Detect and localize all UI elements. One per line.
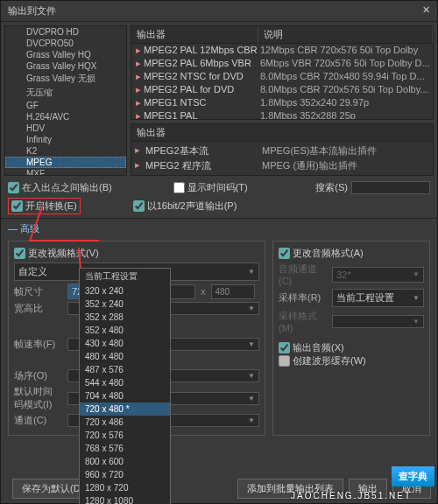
list-row[interactable]: ▸MPEG1 PAL1.8Mbps 352x288 25p <box>131 109 433 120</box>
dropdown-item[interactable]: 430 x 480 <box>80 337 170 350</box>
list-row[interactable]: ▸MPEG1 NTSC1.8Mbps 352x240 29.97p <box>131 96 433 109</box>
search-input[interactable] <box>351 181 430 194</box>
dropdown-item[interactable]: 1280 x 1080 <box>80 494 170 504</box>
dropdown-item[interactable]: 1280 x 720 <box>80 481 170 494</box>
sub-row[interactable]: ▸MPEG2基本流MPEG(ES)基本流输出插件 <box>133 144 431 158</box>
dropdown-item[interactable]: 487 x 576 <box>80 363 170 376</box>
chk-timecode[interactable]: 显示时间码(T) <box>173 181 248 194</box>
tree-item[interactable]: Infinity <box>5 134 126 145</box>
audio-group: 更改音频格式(A) 音频通道(C)32*▼ 采样率(R)当前工程设置▼ 采样格式… <box>272 241 430 436</box>
sub-header: 输出器 <box>131 123 434 142</box>
tree-item[interactable]: 无压缩 <box>5 86 126 100</box>
titlebar: 输出到文件 ✕ <box>1 1 437 22</box>
sample-rate-select[interactable]: 当前工程设置▼ <box>332 289 424 307</box>
dropdown-item[interactable]: 352 x 480 <box>80 324 170 337</box>
list-row[interactable]: ▸MPEG2 PAL 6Mbps VBR6Mbps VBR 720x576 50… <box>131 57 433 70</box>
watermark-text: JAOCHENG.JB51.NET <box>291 491 412 500</box>
col-encoder: 输出器 <box>131 26 258 43</box>
search-label: 搜索(S) <box>315 181 348 194</box>
chk-inout[interactable]: 在入出点之间输出(B) <box>8 181 112 194</box>
dropdown-item[interactable]: 720 x 486 <box>80 416 170 429</box>
tree-item[interactable]: K2 <box>5 145 126 157</box>
tree-item[interactable]: DVCPRO HD <box>5 26 126 38</box>
tree-item[interactable]: Grass Valley HQ <box>5 49 126 60</box>
dropdown-item[interactable]: 352 x 288 <box>80 311 170 324</box>
chk-16bit[interactable]: 以16bit/2声道输出(P) <box>133 200 237 213</box>
sub-list[interactable]: ▸MPEG2基本流MPEG(ES)基本流输出插件▸MPEG2 程序流MPEG (… <box>131 142 434 176</box>
sub-row[interactable]: ▸MPEG2 程序流MPEG (通用)输出插件 <box>133 158 431 173</box>
close-icon[interactable]: ✕ <box>422 4 430 18</box>
dropdown-item[interactable]: 800 x 600 <box>80 455 170 468</box>
list-row[interactable]: ▸MPEG2 NTSC for DVD8.0Mbps CBR 720x480 5… <box>131 70 433 83</box>
dropdown-item[interactable]: 768 x 576 <box>80 442 170 455</box>
watermark-badge: 查字典 <box>392 466 434 486</box>
sample-fmt-select: ▼ <box>332 315 424 328</box>
list-row[interactable]: ▸MPEG2 PAL for DVD8.0Mbps CBR 720x576 50… <box>131 83 433 96</box>
tree-item[interactable]: DVCPRO50 <box>5 38 126 49</box>
chk-change-video[interactable]: 更改视频格式(V) <box>14 247 259 260</box>
tree-item[interactable]: GF <box>5 100 126 111</box>
audio-ch-select: 32*▼ <box>332 267 424 283</box>
dropdown-item[interactable]: 320 x 240 <box>80 284 170 298</box>
dropdown-item[interactable]: 960 x 720 <box>80 468 170 481</box>
dropdown-item[interactable]: 720 x 480 * <box>80 402 170 416</box>
frame-size-dropdown[interactable]: 当前工程设置320 x 240352 x 240352 x 288352 x 4… <box>79 268 171 504</box>
tree-item[interactable]: Grass Valley 无损 <box>5 72 126 86</box>
chk-output-audio[interactable]: 输出音频(X) <box>279 341 424 354</box>
tree-item[interactable]: H.264/AVC <box>5 111 126 122</box>
height-input[interactable]: 480 <box>211 284 255 299</box>
preset-list[interactable]: ▸MPEG2 PAL 12Mbps CBR12Mbps CBR 720x576 … <box>131 44 434 120</box>
list-row[interactable]: ▸MPEG2 PAL 12Mbps CBR12Mbps CBR 720x576 … <box>131 44 433 57</box>
format-tree[interactable]: DVCPRO HDDVCPRO50Grass Valley HQGrass Va… <box>4 25 127 176</box>
tree-item[interactable]: MXF <box>5 168 126 176</box>
dialog-title: 输出到文件 <box>8 4 56 18</box>
dropdown-item[interactable]: 544 x 480 <box>80 376 170 389</box>
chk-enable-convert[interactable]: 开启转换(E) <box>8 198 81 214</box>
dropdown-item[interactable]: 720 x 576 <box>80 429 170 442</box>
tree-item[interactable]: MPEG <box>5 157 126 168</box>
tree-item[interactable]: Grass Valley HQX <box>5 60 126 72</box>
dropdown-item[interactable]: 352 x 240 <box>80 298 170 311</box>
chk-change-audio[interactable]: 更改音频格式(A) <box>279 247 424 260</box>
dropdown-item[interactable]: 704 x 480 <box>80 389 170 402</box>
advanced-label[interactable]: — 高级 <box>1 220 437 237</box>
col-desc: 说明 <box>258 26 433 43</box>
tree-item[interactable]: HDV <box>5 122 126 134</box>
chk-waveform-cache: 创建波形缓存(W) <box>279 354 424 368</box>
dropdown-item[interactable]: 480 x 480 <box>80 350 170 363</box>
dropdown-item[interactable]: 当前工程设置 <box>80 269 170 284</box>
